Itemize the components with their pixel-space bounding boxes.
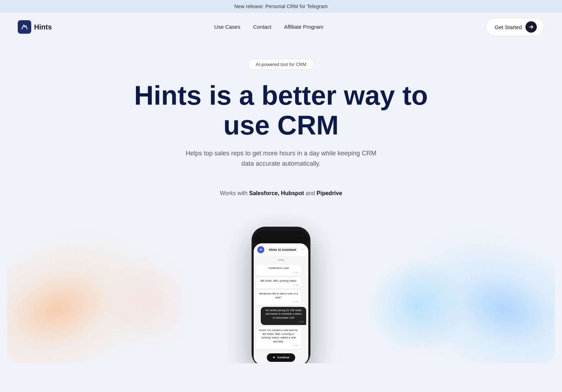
chat-bubble-1: Conference Lead 11:49 — [256, 265, 301, 276]
chat-bubble-4: He needs pricing for 150 seats and wants… — [261, 307, 306, 325]
logo-text: Hints — [34, 23, 52, 31]
logo-svg — [21, 23, 28, 31]
blob-mid-left — [106, 250, 199, 356]
logo[interactable]: Hints — [18, 20, 52, 34]
bubble-time-4: 11:49 — [264, 320, 303, 323]
hero-section: AI-powered tool for CRM Hints is a bette… — [0, 41, 562, 363]
ai-badge-text: AI-powered tool for CRM — [255, 62, 306, 67]
works-with-brands: Salesforce, Hubspot — [249, 190, 304, 196]
nav-link-use-cases[interactable]: Use Cases — [214, 24, 240, 30]
phone-mockup: 9:41 ▲ ◉ ▮ H Hints AI Assistant ⋯ Today … — [252, 227, 310, 363]
navbar: Hints Use Cases Contact Affiliate Progra… — [0, 13, 562, 41]
bubble-time-3: 11:49 — [259, 300, 298, 303]
bubble-text-2: Bill Smith, IBM, working status — [260, 279, 296, 282]
ai-badge: AI-powered tool for CRM — [248, 59, 314, 70]
hero-title-line1: Hints is a better way to — [134, 80, 428, 110]
logo-icon — [18, 20, 31, 34]
blob-mid-right — [367, 257, 466, 356]
announcement-text: New release: Personal CRM for Telegram — [234, 4, 327, 9]
arrow-circle — [525, 21, 537, 33]
announcement-bar: New release: Personal CRM for Telegram — [0, 0, 562, 13]
works-with-connector: and — [304, 190, 317, 196]
phone-screen: H Hints AI Assistant ⋯ Today Conference … — [254, 243, 308, 363]
hero-title: Hints is a better way to use CRM — [121, 81, 441, 140]
phone-status-bar: 9:41 ▲ ◉ ▮ — [257, 233, 305, 238]
phone-time: 9:41 — [259, 234, 264, 237]
nav-item-affiliate[interactable]: Affiliate Program — [284, 24, 324, 30]
phone-area: 9:41 ▲ ◉ ▮ H Hints AI Assistant ⋯ Today … — [7, 214, 555, 363]
phone-status-icons: ▲ ◉ ▮ — [295, 234, 303, 237]
works-with-prefix: Works with — [220, 190, 249, 196]
bubble-text-1: Conference Lead — [268, 266, 289, 270]
nav-links: Use Cases Contact Affiliate Program — [214, 24, 324, 30]
spark-icon: ✦ — [272, 356, 275, 359]
bubble-text-5: Done! I've created a new lead for Bill S… — [259, 328, 298, 343]
bubble-time-5: 11:49 — [259, 344, 298, 347]
nav-link-contact[interactable]: Contact — [253, 24, 271, 30]
chat-date: Today — [254, 256, 308, 263]
arrow-right-icon — [528, 24, 534, 30]
nav-link-affiliate[interactable]: Affiliate Program — [284, 24, 324, 30]
get-started-label: Get Started — [495, 24, 522, 30]
continue-button[interactable]: ✦ Continue — [267, 353, 295, 362]
chat-avatar: H — [257, 246, 264, 253]
chat-bubble-2: Bill Smith, IBM, working status 11:49 — [256, 277, 301, 288]
bubble-text-4: He needs pricing for 150 seats and wants… — [265, 309, 302, 319]
continue-label: Continue — [277, 356, 290, 359]
nav-item-use-cases[interactable]: Use Cases — [214, 24, 240, 30]
phone-notch-area: 9:41 ▲ ◉ ▮ — [254, 231, 308, 243]
bubble-text-3: Would you like to add a note or a task? — [259, 292, 298, 299]
chat-header: H Hints AI Assistant ⋯ — [254, 243, 308, 256]
phone-notch — [270, 238, 292, 243]
chat-more-icon[interactable]: ⋯ — [301, 248, 305, 252]
hero-title-line2: use CRM — [223, 110, 338, 140]
hero-subtitle: Helps top sales reps to get more hours i… — [182, 148, 380, 169]
chat-bubble-5: Done! I've created a new lead for Bill S… — [256, 327, 301, 349]
bubble-time-2: 11:49 — [259, 284, 298, 287]
chat-messages: Conference Lead 11:49 Bill Smith, IBM, w… — [254, 263, 308, 350]
works-with-last: Pipedrive — [316, 190, 342, 196]
chat-bubble-3: Would you like to add a note or a task? … — [256, 290, 301, 305]
bubble-time-1: 11:49 — [259, 271, 298, 274]
nav-item-contact[interactable]: Contact — [253, 24, 271, 30]
chat-title: Hints AI Assistant — [266, 248, 299, 252]
works-with: Works with Salesforce, Hubspot and Piped… — [7, 190, 555, 197]
get-started-button[interactable]: Get Started — [486, 18, 544, 36]
